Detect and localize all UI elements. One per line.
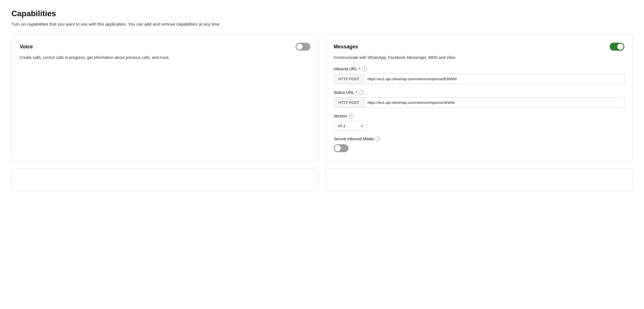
bottom-card-left bbox=[11, 168, 319, 191]
chevron-down-icon: ∨ bbox=[361, 123, 363, 128]
inbound-url-label: Inbound URL * ? bbox=[334, 66, 624, 71]
secure-inbound-help-icon[interactable]: ? bbox=[375, 136, 381, 141]
status-url-group: Status URL * ? HTTP POST bbox=[334, 90, 624, 108]
messages-card-description: Communicate with WhatsApp, Facebook Mess… bbox=[334, 55, 624, 61]
inbound-url-asterisk: * bbox=[359, 67, 360, 71]
version-select[interactable]: v0.1 ∨ bbox=[334, 121, 368, 131]
secure-inbound-label: Secure Inbound Media ? bbox=[334, 136, 624, 141]
voice-toggle[interactable] bbox=[296, 43, 310, 51]
messages-toggle[interactable] bbox=[610, 43, 624, 51]
secure-inbound-group: Secure Inbound Media ? bbox=[334, 136, 624, 152]
version-label-text: Version bbox=[334, 114, 347, 118]
messages-toggle-thumb bbox=[617, 44, 624, 50]
inbound-url-help-icon[interactable]: ? bbox=[362, 66, 367, 71]
inbound-url-field[interactable] bbox=[364, 74, 624, 84]
voice-card-title: Voice bbox=[20, 44, 33, 50]
page-subtitle: Turn on capabilities that you want to us… bbox=[11, 22, 633, 26]
messages-card: Messages Communicate with WhatsApp, Face… bbox=[325, 34, 633, 162]
messages-card-header: Messages bbox=[334, 43, 624, 51]
status-url-method: HTTP POST bbox=[334, 98, 364, 108]
inbound-url-method: HTTP POST bbox=[334, 74, 364, 84]
bottom-card-right bbox=[325, 168, 633, 191]
status-url-label: Status URL * ? bbox=[334, 90, 624, 95]
messages-card-title: Messages bbox=[334, 44, 358, 50]
voice-card-header: Voice bbox=[20, 43, 310, 51]
inbound-url-input-row: HTTP POST bbox=[334, 74, 624, 84]
page-title: Capabilities bbox=[11, 9, 633, 18]
status-url-label-text: Status URL bbox=[334, 90, 354, 95]
secure-inbound-toggle-thumb bbox=[335, 145, 341, 151]
status-url-input-row: HTTP POST bbox=[334, 97, 624, 108]
version-label: Version ? bbox=[334, 114, 624, 119]
version-help-icon[interactable]: ? bbox=[349, 114, 354, 119]
version-group: Version ? v0.1 ∨ bbox=[334, 114, 624, 131]
bottom-cards-row bbox=[11, 168, 633, 191]
main-cards-row: Voice Create calls, control calls in-pro… bbox=[11, 34, 633, 162]
voice-toggle-thumb bbox=[296, 44, 303, 50]
inbound-url-label-text: Inbound URL bbox=[334, 67, 357, 71]
secure-inbound-toggle-row bbox=[334, 144, 624, 152]
voice-card: Voice Create calls, control calls in-pro… bbox=[11, 34, 319, 162]
status-url-asterisk: * bbox=[356, 90, 357, 95]
inbound-url-group: Inbound URL * ? HTTP POST bbox=[334, 66, 624, 84]
version-value: v0.1 bbox=[338, 123, 345, 128]
status-url-field[interactable] bbox=[364, 98, 624, 108]
voice-card-description: Create calls, control calls in-progress,… bbox=[20, 55, 310, 61]
secure-inbound-label-text: Secure Inbound Media bbox=[334, 137, 374, 141]
status-url-help-icon[interactable]: ? bbox=[359, 90, 364, 95]
secure-inbound-toggle[interactable] bbox=[334, 144, 348, 152]
